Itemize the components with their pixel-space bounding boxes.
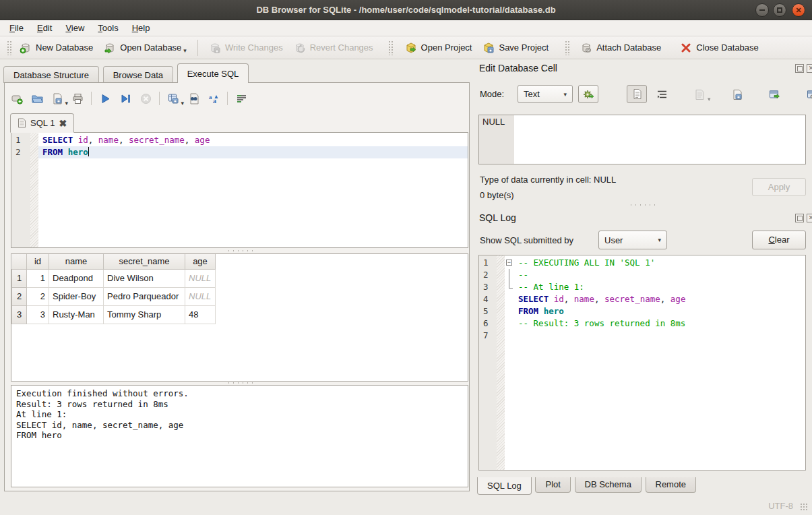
tab-browse-data[interactable]: Browse Data — [103, 66, 173, 83]
col-header-age[interactable]: age — [185, 254, 216, 269]
cell-age[interactable]: 48 — [185, 305, 216, 324]
cell-age[interactable]: NULL — [185, 287, 216, 305]
log-fold-markers[interactable]: − — [505, 255, 514, 470]
apply-mode-button[interactable] — [578, 85, 598, 103]
link-cell-button[interactable] — [806, 88, 812, 101]
menu-file[interactable]: File — [3, 21, 30, 35]
clear-log-button[interactable]: Clear — [752, 231, 806, 249]
tab-sql-log[interactable]: SQL Log — [477, 477, 532, 495]
clear-button-label: Clear — [768, 231, 789, 249]
dock-splitter[interactable] — [478, 202, 806, 207]
open-database-label: Open Database — [120, 42, 181, 53]
cell-text-mode-toggle[interactable] — [627, 85, 647, 103]
cell-editor[interactable]: NULL — [478, 115, 806, 164]
tab-execute-sql[interactable]: Execute SQL — [177, 63, 249, 83]
float-panel-icon[interactable] — [795, 64, 804, 73]
table-row[interactable]: 1 1 Deadpond Dive Wilson NULL — [12, 269, 216, 287]
execution-message-area[interactable]: Execution finished without errors. Resul… — [11, 385, 468, 487]
revert-changes-icon — [294, 42, 306, 54]
find-in-sql-button[interactable] — [187, 92, 200, 105]
close-sql-tab-icon[interactable]: ✖ — [59, 118, 67, 129]
open-database-dropdown-icon[interactable]: ▾ — [183, 47, 187, 54]
save-sql-file-button[interactable]: ▾ — [51, 92, 64, 105]
print-button[interactable] — [71, 92, 84, 105]
results-grid[interactable]: id name secret_name age 1 1 Deadpond Div… — [11, 253, 468, 382]
sql-log-view[interactable]: 1234567 − -- EXECUTING ALL IN 'SQL 1'---… — [478, 255, 806, 471]
results-table[interactable]: id name secret_name age 1 1 Deadpond Div… — [11, 254, 216, 324]
apply-button[interactable]: Apply — [752, 178, 806, 196]
write-changes-button[interactable]: Write Changes — [204, 39, 288, 57]
toolbar-drag-handle[interactable] — [7, 40, 11, 55]
new-database-icon — [20, 42, 32, 54]
format-sql-button[interactable]: aa — [207, 92, 220, 105]
save-results-dropdown-icon[interactable]: ▾ — [181, 100, 184, 107]
mode-select[interactable]: Text ▾ — [518, 85, 573, 103]
toolbar-drag-handle[interactable] — [565, 40, 569, 55]
col-header-id[interactable]: id — [27, 254, 49, 269]
save-project-label: Save Project — [499, 42, 549, 53]
attach-database-button[interactable]: Attach Database — [575, 39, 666, 57]
cell-secret-name[interactable]: Tommy Sharp — [104, 305, 185, 324]
sql-document-tab[interactable]: SQL 1 ✖ — [10, 113, 74, 133]
open-project-button[interactable]: Open Project — [400, 39, 478, 57]
open-database-button[interactable]: Open Database ▾ — [98, 39, 192, 57]
cell-name[interactable]: Deadpond — [49, 269, 104, 287]
sql-document-icon — [18, 118, 26, 128]
cell-age[interactable]: NULL — [185, 269, 216, 287]
menu-edit[interactable]: Edit — [30, 21, 59, 35]
menu-view[interactable]: View — [59, 21, 91, 35]
import-cell-data-button[interactable]: ▾ — [693, 88, 707, 101]
cell-secret-name[interactable]: Dive Wilson — [104, 269, 185, 287]
save-results-button[interactable]: ▾ — [166, 92, 180, 105]
cell-name[interactable]: Spider-Boy — [49, 287, 104, 305]
open-in-external-button[interactable] — [768, 88, 782, 101]
cell-id[interactable]: 2 — [27, 287, 49, 305]
toolbar-drag-handle[interactable] — [388, 40, 393, 55]
close-window-button[interactable]: ✕ — [792, 3, 805, 17]
save-sql-dropdown-icon[interactable]: ▾ — [65, 100, 68, 107]
cell-name[interactable]: Rusty-Man — [49, 305, 104, 324]
row-header[interactable]: 2 — [12, 287, 27, 305]
open-sql-file-button[interactable] — [30, 92, 44, 105]
cell-id[interactable]: 3 — [27, 305, 49, 324]
cell-word-wrap-button[interactable] — [655, 88, 668, 101]
new-database-button[interactable]: New Database — [14, 39, 98, 57]
close-panel-icon[interactable]: ✕ — [807, 214, 812, 222]
revert-changes-button[interactable]: Revert Changes — [288, 39, 379, 57]
table-row[interactable]: 3 3 Rusty-Man Tommy Sharp 48 — [12, 305, 216, 324]
dock-bottom-tab-bar: SQL Log Plot DB Schema Remote — [477, 477, 697, 495]
corner-header[interactable] — [12, 254, 27, 269]
close-database-button[interactable]: Close Database — [675, 39, 764, 57]
resize-grip[interactable] — [800, 503, 808, 511]
cell-secret-name[interactable]: Pedro Parqueador — [104, 287, 185, 305]
row-header[interactable]: 1 — [12, 269, 27, 287]
cell-id[interactable]: 1 — [27, 269, 49, 287]
sql-log-filter-select[interactable]: User ▾ — [598, 231, 667, 249]
export-cell-data-button[interactable] — [730, 88, 744, 101]
tab-plot[interactable]: Plot — [535, 477, 570, 493]
tab-db-schema[interactable]: DB Schema — [575, 477, 642, 493]
editor-results-splitter[interactable] — [11, 248, 468, 253]
mode-value: Text — [524, 89, 540, 99]
stop-execution-button[interactable] — [139, 92, 152, 105]
tab-remote[interactable]: Remote — [646, 477, 697, 493]
table-row[interactable]: 2 2 Spider-Boy Pedro Parqueador NULL — [12, 287, 216, 305]
save-project-button[interactable]: Save Project — [477, 39, 554, 57]
row-header[interactable]: 3 — [12, 305, 27, 324]
maximize-button[interactable] — [773, 3, 786, 17]
col-header-name[interactable]: name — [49, 254, 104, 269]
tab-database-structure[interactable]: Database Structure — [3, 66, 99, 83]
menu-help[interactable]: Help — [125, 21, 157, 35]
col-header-secret-name[interactable]: secret_name — [104, 254, 185, 269]
sql-editor[interactable]: 12 SELECT id, name, secret_name, ageFROM… — [11, 132, 468, 248]
new-sql-tab-button[interactable] — [10, 92, 24, 105]
execute-current-line-button[interactable] — [119, 92, 132, 105]
minimize-button[interactable] — [755, 3, 769, 17]
word-wrap-button[interactable] — [235, 92, 248, 105]
close-panel-icon[interactable]: ✕ — [807, 64, 812, 73]
execute-all-button[interactable] — [98, 92, 112, 105]
editor-code[interactable]: SELECT id, name, secret_name, ageFROM he… — [38, 133, 468, 247]
menu-tools[interactable]: Tools — [91, 21, 125, 35]
results-message-splitter[interactable] — [11, 380, 468, 385]
float-panel-icon[interactable] — [795, 214, 804, 222]
